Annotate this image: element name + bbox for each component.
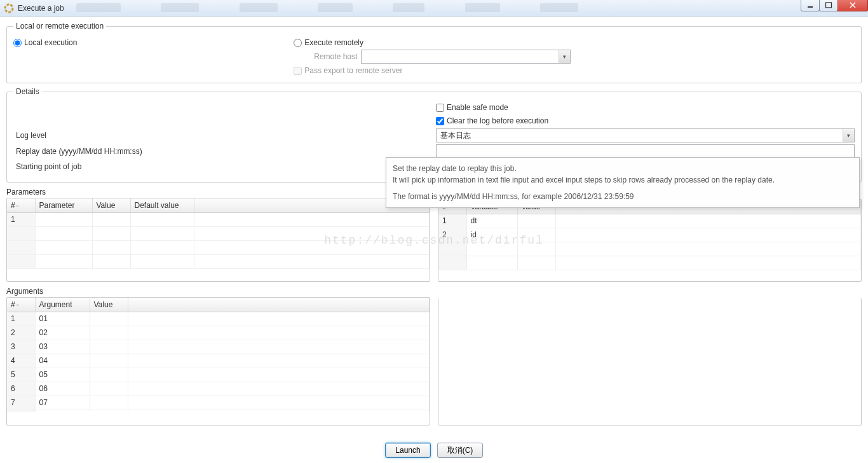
- arguments-grid[interactable]: #^ Argument Value 1012023034045056067078…: [6, 297, 430, 425]
- remote-execution-label: Execute remotely: [304, 38, 363, 47]
- variables-grid-extension[interactable]: [438, 298, 862, 425]
- table-row[interactable]: 202: [7, 326, 430, 340]
- variables-grid[interactable]: #^ Variable Value 1dt2id: [438, 199, 862, 282]
- parameters-grid[interactable]: #^ Parameter Value Default value 1: [6, 198, 430, 282]
- log-level-label: Log level: [13, 131, 436, 140]
- titlebar: Execute a job: [0, 0, 868, 17]
- replay-date-input[interactable]: [436, 144, 855, 158]
- safe-mode-checkbox[interactable]: Enable safe mode: [436, 103, 855, 112]
- local-execution-label: Local execution: [24, 38, 77, 47]
- svg-point-0: [5, 4, 13, 12]
- replay-date-tooltip: Set the replay date to replay this job. …: [386, 157, 860, 208]
- footer: Launch 取消(C): [0, 438, 868, 463]
- table-row[interactable]: [7, 226, 430, 240]
- minimize-button[interactable]: [801, 0, 820, 11]
- chevron-down-icon: ▾: [559, 50, 570, 63]
- remote-host-label: Remote host: [294, 52, 357, 61]
- pass-export-checkbox[interactable]: Pass export to remote server: [294, 66, 855, 75]
- col-argument[interactable]: Argument: [35, 298, 90, 312]
- table-row[interactable]: 1dt: [438, 214, 861, 228]
- tooltip-line: It will pick up information in text file…: [393, 174, 853, 186]
- table-row[interactable]: [438, 256, 861, 270]
- local-execution-radio[interactable]: Local execution: [13, 38, 294, 47]
- execution-legend: Local or remote execution: [13, 22, 106, 31]
- table-row[interactable]: 2id: [438, 228, 861, 242]
- table-row[interactable]: 101: [7, 312, 430, 326]
- pass-export-label: Pass export to remote server: [304, 66, 402, 75]
- table-row[interactable]: 707: [7, 396, 430, 410]
- tooltip-line: The format is yyyy/MM/dd HH:mm:ss, for e…: [393, 191, 853, 202]
- arguments-title: Arguments: [6, 287, 430, 296]
- col-num[interactable]: #^: [7, 198, 35, 212]
- table-row[interactable]: 1: [7, 212, 430, 226]
- window-title: Execute a job: [18, 4, 64, 13]
- table-row[interactable]: 808: [7, 410, 430, 412]
- tooltip-line: Set the replay date to replay this job.: [393, 163, 853, 174]
- clear-log-checkbox[interactable]: Clear the log before execution: [436, 116, 855, 125]
- close-button[interactable]: [837, 0, 868, 11]
- col-default[interactable]: Default value: [130, 198, 194, 212]
- clear-log-label: Clear the log before execution: [447, 116, 548, 125]
- table-row[interactable]: [438, 242, 861, 256]
- app-icon: [4, 3, 14, 13]
- maximize-button[interactable]: [819, 0, 838, 11]
- col-parameter[interactable]: Parameter: [35, 198, 92, 212]
- execution-group: Local or remote execution Local executio…: [6, 22, 862, 83]
- log-level-value: 基本日志: [437, 130, 843, 141]
- details-legend: Details: [13, 87, 42, 96]
- parameters-title: Parameters: [6, 188, 430, 197]
- svg-rect-2: [826, 3, 832, 8]
- table-row[interactable]: [7, 240, 430, 254]
- table-row[interactable]: 303: [7, 340, 430, 354]
- chevron-down-icon: ▾: [843, 129, 854, 142]
- background-tabs: [76, 3, 741, 14]
- cancel-button[interactable]: 取消(C): [437, 443, 483, 458]
- start-point-label: Starting point of job: [13, 162, 436, 171]
- launch-button[interactable]: Launch: [385, 443, 431, 458]
- col-num[interactable]: #^: [7, 298, 35, 312]
- table-row[interactable]: 505: [7, 368, 430, 382]
- remote-host-combo[interactable]: ▾: [361, 50, 571, 64]
- log-level-combo[interactable]: 基本日志 ▾: [436, 128, 855, 142]
- table-row[interactable]: [7, 254, 430, 268]
- remote-execution-radio[interactable]: Execute remotely: [294, 38, 855, 47]
- safe-mode-label: Enable safe mode: [447, 103, 508, 112]
- col-value[interactable]: Value: [90, 298, 128, 312]
- table-row[interactable]: 404: [7, 354, 430, 368]
- svg-rect-1: [808, 6, 813, 8]
- replay-date-label: Replay date (yyyy/MM/dd HH:mm:ss): [13, 147, 436, 156]
- col-value[interactable]: Value: [92, 198, 130, 212]
- table-row[interactable]: 606: [7, 382, 430, 396]
